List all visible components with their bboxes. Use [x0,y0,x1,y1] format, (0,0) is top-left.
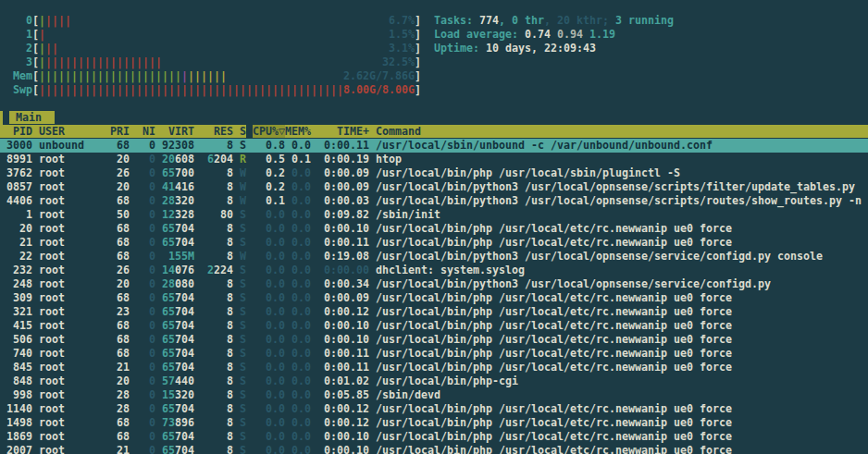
state-cell: S [240,222,246,235]
res-cell: 8 [227,430,233,443]
mem-bar-segment: | [181,69,188,82]
virt-cell: 704 [175,291,194,304]
mem-bar-segment: |||||||||||||||||||||| [39,69,181,82]
res-cell: 6 [207,153,214,166]
process-row[interactable]: 845 root 21 0 65704 8 S 0.0 0.0 0:00.11 … [0,361,868,374]
uptime-summary-segment: 10 days, 22:09:43 [486,42,596,55]
screen-tab-main[interactable]: Main [9,111,55,124]
blank-line [0,97,868,111]
process-row[interactable]: 20 root 68 0 65704 8 S 0.0 0.0 0:00.10 /… [0,222,868,236]
time-cell: 0:00.03 [311,194,369,207]
virt-cell: 308 [175,139,194,152]
process-row[interactable]: 1 root 50 0 12328 80 S 0.0 0.0 0:09.82 /… [0,208,868,222]
command-cell: /usr/local/bin/php /usr/local/etc/rc.new… [376,430,732,443]
mem-pct-cell: 0.0 [285,291,311,304]
cpu-pct-cell: 0.0 [246,416,285,429]
time-cell: 0:00.12 [311,416,369,429]
process-row[interactable]: 8991 root 20 0 20608 6204 R 0.5 0.1 0:00… [0,153,868,166]
process-row[interactable]: 2007 root 21 0 65704 8 S 0.0 0.0 0:00.10… [0,444,868,454]
cpu-2-label: 2 [0,42,32,55]
pid-cell: 506 [0,333,32,346]
process-row[interactable]: 232 root 26 0 14076 2224 S 0.0 0.0 0:00.… [0,264,868,277]
nice-cell: 0 [130,374,155,387]
process-row[interactable]: 0857 root 20 0 41416 8 W 0.2 0.0 0:00.09… [0,180,868,194]
cpu-0-bar-segment: |||| [45,14,71,27]
process-row[interactable]: 3762 root 26 0 65700 8 W 0.2 0.0 0:00.09… [0,166,868,180]
virt-cell: 14 [162,264,175,276]
mem-pct-cell: 0.0 [285,361,311,374]
load-average-summary-segment: 0.74 [525,28,557,41]
column-headers-left[interactable]: PID USER PRI NI VIRT RES S [0,125,246,138]
tasks-summary-segment: , 20 kthr [544,14,602,27]
process-row[interactable]: 415 root 68 0 65704 8 S 0.0 0.0 0:00.10 … [0,319,868,333]
pri-cell: 68 [104,250,130,263]
user-cell: root [39,319,104,332]
process-row[interactable]: 21 root 68 0 65704 8 S 0.0 0.0 0:00.11 /… [0,236,868,250]
virt-cell: 65 [162,319,175,332]
nice-cell: 0 [130,305,155,318]
command-cell: /usr/local/bin/php /usr/local/etc/rc.new… [376,319,732,332]
cpu-pct-cell: 0.0 [246,347,285,360]
cpu-0-label: 0 [0,14,32,27]
nice-cell: 0 [130,444,155,454]
swp-value: 8.00G/8.00G [343,83,415,96]
nice-cell: 0 [130,250,155,263]
nice-cell: 0 [130,361,155,374]
pid-cell: 1869 [0,430,32,443]
column-header-cpu[interactable]: CPU%▽ [253,125,285,138]
meter-open-bracket: [ [32,42,39,55]
virt-cell: 65 [162,305,175,318]
process-row[interactable]: 1869 root 68 0 65704 8 S 0.0 0.0 0:00.10… [0,430,868,444]
process-row[interactable]: 848 root 20 0 57440 8 S 0.0 0.0 0:01.02 … [0,374,868,388]
mem-pct-cell: 0.0 [285,139,311,152]
user-cell: root [39,180,104,193]
command-cell: /usr/local/bin/python3 /usr/local/opnsen… [376,180,855,193]
cpu-2-bar-segment: | [39,42,45,55]
time-cell: 0:01.02 [311,374,369,387]
htop-terminal: 0[||||| 6.7%] Tasks: 774, 0 thr, 20 kthr… [0,0,868,454]
process-row[interactable]: 4406 root 68 0 28320 8 W 0.1 0.0 0:00.03… [0,194,868,208]
process-row[interactable]: 1140 root 28 0 65704 8 S 0.0 0.0 0:00.12… [0,402,868,416]
process-row[interactable]: 1498 root 68 0 73896 8 S 0.0 0.0 0:00.12… [0,416,868,430]
time-cell: 0:09.82 [311,208,369,221]
tasks-summary-segment: Tasks: [434,14,479,27]
state-cell: S [240,361,246,374]
cpu-pct-cell: 0.0 [246,402,285,415]
process-row[interactable]: 740 root 68 0 65704 8 S 0.0 0.0 0:00.11 … [0,347,868,361]
pid-cell: 321 [0,305,32,318]
virt-cell: 65 [162,444,175,454]
meter-open-bracket: [ [32,69,39,82]
user-cell: root [39,402,104,415]
pri-cell: 68 [104,222,130,235]
column-headers-right[interactable]: MEM% TIME+ Command [285,125,868,138]
state-cell: S [240,208,246,221]
res-cell: 8 [227,222,233,235]
mem-pct-cell: 0.0 [285,305,311,318]
command-cell: /usr/local/bin/php /usr/local/etc/rc.new… [376,347,732,360]
mem-pct-cell: 0.0 [285,319,311,332]
user-cell: root [39,444,104,454]
virt-cell: 65 [162,222,175,235]
process-row[interactable]: 3000 unbound 68 0 92308 8 S 0.8 0.0 0:00… [0,139,868,153]
mem-pct-cell: 0.0 [285,277,311,290]
pri-cell: 28 [104,388,130,401]
process-row[interactable]: 248 root 20 0 28080 8 S 0.0 0.0 0:00.34 … [0,277,868,291]
command-cell: htop [376,153,402,166]
process-row[interactable]: 309 root 68 0 65704 8 S 0.0 0.0 0:00.09 … [0,291,868,305]
meter-close-bracket: ] [415,55,421,68]
mem-pct-cell: 0.0 [285,194,311,207]
virt-cell: 440 [175,374,194,387]
pri-cell: 50 [104,208,130,221]
load-average-summary: Load average: 0.74 0.94 1.19 [434,28,615,41]
process-row[interactable]: 321 root 23 0 65704 8 S 0.0 0.0 0:00.12 … [0,305,868,319]
virt-cell: 65 [162,430,175,443]
meter-mem: Mem[||||||||||||||||||||||||||||| 2.62G/… [0,69,868,83]
virt-cell: 65 [162,402,175,415]
process-row[interactable]: 506 root 68 0 65704 8 S 0.0 0.0 0:00.10 … [0,333,868,347]
res-cell: 8 [227,250,233,263]
time-cell: 0:00.10 [311,430,369,443]
process-row[interactable]: 22 root 68 0 155M 8 W 0.0 0.0 0:19.08 /u… [0,250,868,264]
cpu-3-bar-segment: |||||||||||||||||| [45,55,162,68]
process-row[interactable]: 998 root 28 0 15320 8 S 0.0 0.0 0:05.85 … [0,388,868,402]
state-cell: S [240,416,246,429]
